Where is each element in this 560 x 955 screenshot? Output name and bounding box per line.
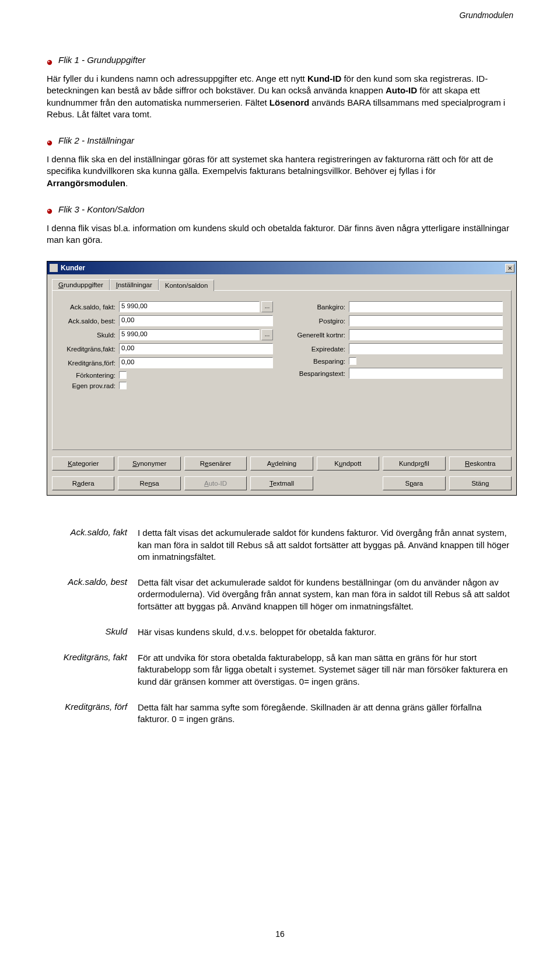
label-forkont: Förkontering: <box>61 372 119 379</box>
kundpott-button[interactable]: Kundpott <box>317 456 379 470</box>
label-bankgiro: Bankgiro: <box>290 304 349 311</box>
def-label: Kreditgräns, förf <box>47 702 138 726</box>
flik3-title: Flik 3 - Konton/Saldon <box>58 204 145 214</box>
tab-installningar[interactable]: Inställningar <box>110 279 159 291</box>
input-postgiro[interactable] <box>349 315 503 326</box>
page-header: Grundmodulen <box>0 0 560 20</box>
tab-panel: Ack.saldo, fakt: 5 990,00 ... Ack.saldo,… <box>52 290 512 450</box>
def-label: Ack.saldo, best <box>47 577 138 612</box>
def-label: Kreditgräns, fakt <box>47 652 138 688</box>
button-row-2: Radera Rensa Auto-ID Textmall . Spara St… <box>52 476 512 490</box>
flik2-title: Flik 2 - Inställningar <box>58 135 134 145</box>
tab-konton-saldon[interactable]: Konton/saldon <box>159 280 215 291</box>
section-flik2: Flik 2 - Inställningar I denna flik ska … <box>47 135 513 189</box>
def-body: För att undvika för stora obetalda faktu… <box>138 652 513 688</box>
label-expiredate: Expiredate: <box>290 346 349 353</box>
def-kred-forf: Kreditgräns, förf Detta fält har samma s… <box>47 702 513 726</box>
input-skuld[interactable]: 5 990,00 <box>119 329 260 340</box>
kunder-window: Kunder ✕ Grunduppgifter Inställningar Ko… <box>47 261 517 496</box>
autoid-button: Auto-ID <box>184 476 247 490</box>
svg-point-2 <box>47 140 52 145</box>
rensa-button[interactable]: Rensa <box>118 476 180 490</box>
picker-skuld[interactable]: ... <box>261 329 273 340</box>
section-flik3: Flik 3 - Konton/Saldon I denna flik visa… <box>47 204 513 246</box>
tab-grunduppgifter[interactable]: Grunduppgifter <box>52 279 110 291</box>
picker-ack-fakt[interactable]: ... <box>261 301 273 312</box>
checkbox-besparing[interactable] <box>349 357 356 365</box>
bullet-icon <box>47 57 52 63</box>
bullet-icon <box>47 138 52 144</box>
def-label: Ack.saldo, fakt <box>47 527 138 563</box>
def-body: Detta fält har samma syfte som föregåend… <box>138 702 513 726</box>
spara-button[interactable]: Spara <box>383 476 445 490</box>
svg-point-3 <box>48 141 50 143</box>
label-kred-fakt: Kreditgräns,fakt: <box>61 346 119 353</box>
flik2-heading: Flik 2 - Inställningar <box>47 135 513 145</box>
label-gen-kort: Generellt kortnr: <box>290 332 349 339</box>
svg-point-4 <box>47 209 52 214</box>
bullet-icon <box>47 206 52 212</box>
input-ack-best[interactable]: 0,00 <box>119 315 273 326</box>
window-title: Kunder <box>61 264 85 272</box>
flik2-para: I denna flik ska en del inställningar gö… <box>47 154 513 189</box>
radera-button[interactable]: Radera <box>52 476 114 490</box>
checkbox-egen-prov[interactable] <box>119 382 127 389</box>
flik3-para: I denna flik visas bl.a. information om … <box>47 222 513 246</box>
avdelning-button[interactable]: Avdelning <box>250 456 313 470</box>
titlebar: Kunder ✕ <box>47 262 516 274</box>
input-kred-fakt[interactable]: 0,00 <box>119 343 273 354</box>
synonymer-button[interactable]: Synonymer <box>118 456 180 470</box>
textmall-button[interactable]: Textmall <box>250 476 313 490</box>
svg-point-0 <box>47 60 52 64</box>
label-besparing: Besparing: <box>290 358 349 365</box>
flik1-heading: Flik 1 - Grunduppgifter <box>47 55 513 65</box>
resenarer-button[interactable]: Resenärer <box>184 456 247 470</box>
def-body: Här visas kundens skuld, d.v.s. beloppet… <box>138 626 513 638</box>
def-body: Detta fält visar det ackumulerade saldot… <box>138 577 513 612</box>
kundprofil-button[interactable]: Kundprofil <box>383 456 445 470</box>
input-kred-forf[interactable]: 0,00 <box>119 357 273 368</box>
input-expiredate[interactable] <box>349 343 503 354</box>
label-ack-best: Ack.saldo, best: <box>61 318 119 325</box>
def-kred-fakt: Kreditgräns, fakt För att undvika för st… <box>47 652 513 688</box>
input-ack-fakt[interactable]: 5 990,00 <box>119 301 260 312</box>
section-flik1: Flik 1 - Grunduppgifter Här fyller du i … <box>47 55 513 120</box>
label-skuld: Skuld: <box>61 332 119 339</box>
flik3-heading: Flik 3 - Konton/Saldon <box>47 204 513 214</box>
definitions: Ack.saldo, fakt I detta fält visas det a… <box>47 527 513 725</box>
flik1-para: Här fyller du i kundens namn och adressu… <box>47 73 513 120</box>
stang-button[interactable]: Stäng <box>449 476 512 490</box>
label-postgiro: Postgiro: <box>290 318 349 325</box>
close-button[interactable]: ✕ <box>505 264 514 273</box>
def-body: I detta fält visas det ackumulerade sald… <box>138 527 513 563</box>
def-skuld: Skuld Här visas kundens skuld, d.v.s. be… <box>47 626 513 638</box>
kategorier-button[interactable]: Kategorier <box>52 456 114 470</box>
reskontra-button[interactable]: Reskontra <box>449 456 512 470</box>
checkbox-forkontering[interactable] <box>119 371 127 379</box>
label-ack-fakt: Ack.saldo, fakt: <box>61 304 119 311</box>
input-bankgiro[interactable] <box>349 301 503 312</box>
svg-point-1 <box>48 61 50 62</box>
input-besp-text[interactable] <box>349 368 503 379</box>
def-ack-best: Ack.saldo, best Detta fält visar det ack… <box>47 577 513 612</box>
flik1-title: Flik 1 - Grunduppgifter <box>58 55 145 65</box>
window-icon <box>50 264 58 272</box>
input-gen-kort[interactable] <box>349 329 503 340</box>
def-label: Skuld <box>47 626 138 638</box>
svg-point-5 <box>48 210 50 212</box>
label-besp-text: Besparingstext: <box>290 370 349 377</box>
def-ack-fakt: Ack.saldo, fakt I detta fält visas det a… <box>47 527 513 563</box>
page-number: 16 <box>0 929 560 939</box>
label-egen-prov: Egen prov.rad: <box>61 382 119 389</box>
button-row-1: Kategorier Synonymer Resenärer Avdelning… <box>52 456 512 470</box>
label-kred-forf: Kreditgräns,förf: <box>61 360 119 367</box>
tabbar: Grunduppgifter Inställningar Konton/sald… <box>52 279 512 291</box>
